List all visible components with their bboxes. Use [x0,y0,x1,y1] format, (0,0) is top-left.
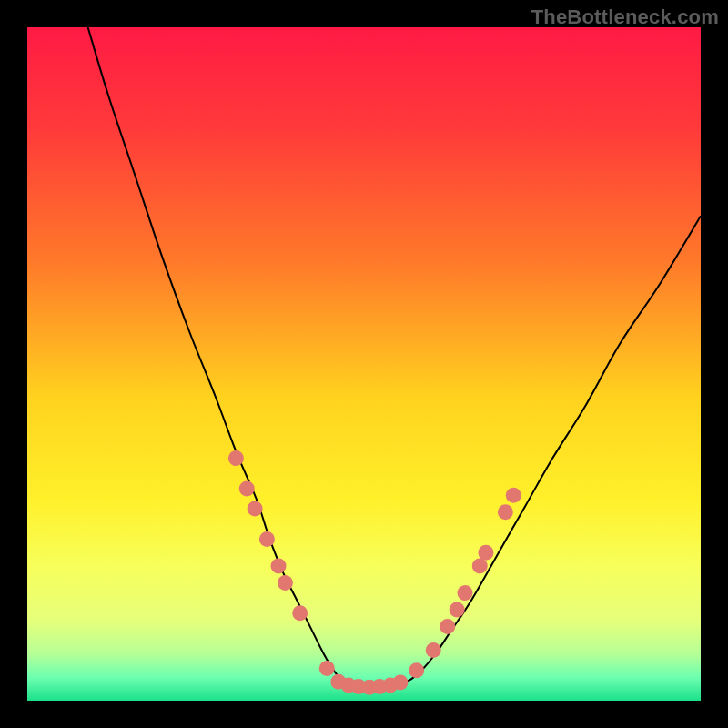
data-marker [278,575,293,591]
data-marker [426,642,441,658]
data-marker [478,545,493,561]
data-marker [440,619,455,634]
data-marker [239,480,255,496]
data-marker [498,504,513,520]
watermark-text: TheBottleneck.com [531,5,719,29]
gradient-background [27,27,701,701]
data-marker [292,605,308,621]
data-marker [472,559,488,574]
data-marker [450,602,465,618]
data-marker [271,559,287,574]
data-marker [506,488,521,503]
plot-svg [27,27,701,701]
data-marker [392,675,408,691]
stage: TheBottleneck.com [0,0,728,728]
data-marker [248,501,263,517]
data-marker [228,450,244,466]
data-marker [259,531,275,547]
data-marker [319,661,335,676]
data-marker [458,585,473,601]
plot-area [27,27,701,701]
data-marker [409,662,424,678]
